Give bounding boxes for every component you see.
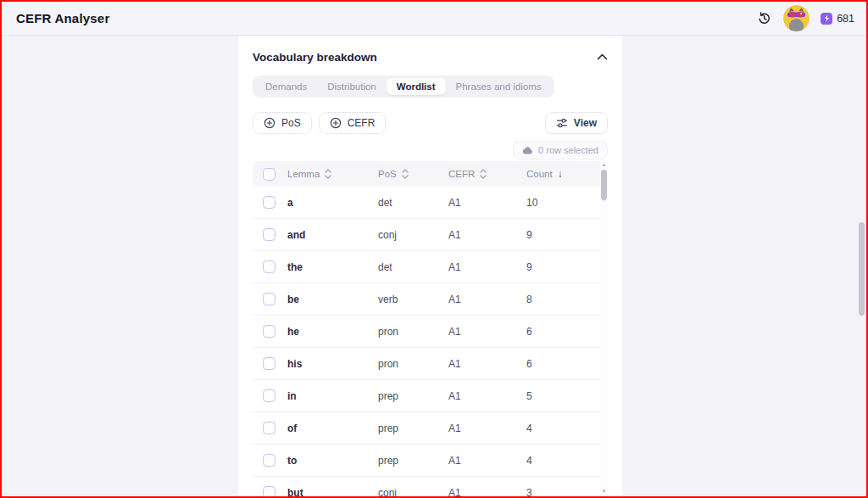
select-all-cell xyxy=(253,168,285,181)
breakdown-tabs: Demands Distribution Wordlist Phrases an… xyxy=(253,76,554,98)
sort-desc-icon: ↓ xyxy=(558,169,563,179)
pos-cell: pron xyxy=(376,326,446,338)
column-header[interactable]: Count ↓ xyxy=(524,169,608,179)
row-checkbox[interactable] xyxy=(263,260,275,273)
row-checkbox-cell xyxy=(253,293,285,305)
count-cell: 4 xyxy=(524,422,608,434)
table-row[interactable]: his pron A1 6 xyxy=(253,348,608,380)
cefr-cell: A1 xyxy=(446,422,524,434)
cefr-cell: A1 xyxy=(446,326,524,338)
app-window: CEFR Analyser xyxy=(0,0,868,498)
row-checkbox[interactable] xyxy=(263,228,275,241)
points-badge[interactable]: 681 xyxy=(821,13,854,25)
panel-title: Vocabulary breakdown xyxy=(253,51,377,64)
tab[interactable]: Demands xyxy=(255,78,317,95)
column-header[interactable]: CEFR ↓ xyxy=(446,169,524,179)
column-header[interactable]: PoS ↓ xyxy=(376,169,446,179)
row-checkbox[interactable] xyxy=(263,357,275,370)
row-checkbox-cell xyxy=(253,196,285,209)
circled-plus-icon xyxy=(264,117,275,129)
row-checkbox-cell xyxy=(253,422,285,434)
row-checkbox[interactable] xyxy=(263,196,275,209)
pos-cell: conj xyxy=(376,487,446,497)
selection-status[interactable]: 0 row selected xyxy=(513,141,608,159)
tab[interactable]: Distribution xyxy=(317,78,387,95)
table-row[interactable]: in prep A1 5 xyxy=(253,380,608,412)
view-button[interactable]: View xyxy=(545,112,608,134)
lemma-cell: he xyxy=(285,326,376,338)
lemma-cell: of xyxy=(285,422,376,434)
circled-plus-icon xyxy=(330,117,342,129)
row-checkbox[interactable] xyxy=(263,389,275,402)
panel-header: Vocabulary breakdown xyxy=(253,48,608,65)
table-toolbar: PoS CEFR xyxy=(253,112,608,134)
cefr-cell: A1 xyxy=(446,261,524,273)
cefr-cell: A1 xyxy=(446,358,524,370)
avatar[interactable] xyxy=(783,5,810,31)
cefr-cell: A1 xyxy=(446,390,524,402)
table-row[interactable]: be verb A1 8 xyxy=(253,283,608,316)
row-checkbox-cell xyxy=(253,357,285,370)
table-scrollbar-thumb[interactable] xyxy=(601,170,607,200)
column-header-label: CEFR xyxy=(448,169,475,179)
row-checkbox[interactable] xyxy=(263,454,275,467)
count-cell: 6 xyxy=(524,326,608,338)
pos-cell: prep xyxy=(376,455,446,467)
app-title: CEFR Analyser xyxy=(16,11,109,25)
selection-status-label: 0 row selected xyxy=(538,145,598,155)
table-row[interactable]: to prep A1 4 xyxy=(253,445,608,477)
cefr-cell: A1 xyxy=(446,294,524,305)
lemma-cell: and xyxy=(285,229,376,241)
count-cell: 8 xyxy=(524,294,608,305)
row-checkbox[interactable] xyxy=(263,325,275,338)
row-checkbox[interactable] xyxy=(263,486,275,496)
table-header-row: Lemma ↓ PoS xyxy=(253,161,608,187)
column-header[interactable]: Lemma ↓ xyxy=(285,169,376,179)
page-scrollbar-thumb[interactable] xyxy=(859,222,865,316)
lemma-cell: his xyxy=(285,358,376,370)
table-row[interactable]: he pron A1 6 xyxy=(253,316,608,348)
count-cell: 3 xyxy=(524,487,608,497)
table-row[interactable]: of prep A1 4 xyxy=(253,412,608,445)
table-scrollbar[interactable]: ▲ ▼ xyxy=(600,161,608,496)
lemma-cell: but xyxy=(285,487,376,497)
top-bar: CEFR Analyser xyxy=(2,2,866,36)
cefr-cell: A1 xyxy=(446,455,524,467)
tab[interactable]: Wordlist xyxy=(387,78,446,95)
lemma-cell: a xyxy=(285,197,376,209)
chevron-up-icon[interactable] xyxy=(597,53,608,60)
scroll-up-arrow[interactable]: ▲ xyxy=(600,162,608,167)
view-button-label: View xyxy=(574,117,597,129)
lightning-bolt-icon xyxy=(821,13,832,25)
pos-cell: prep xyxy=(376,422,446,434)
row-checkbox-cell xyxy=(253,389,285,402)
count-cell: 6 xyxy=(524,358,608,370)
count-cell: 4 xyxy=(524,455,608,467)
sliders-icon xyxy=(556,117,568,129)
add-cefr-filter-button[interactable]: CEFR xyxy=(319,112,387,134)
add-pos-filter-button[interactable]: PoS xyxy=(253,112,312,134)
column-header-label: Lemma xyxy=(287,169,320,179)
pos-cell: conj xyxy=(376,229,446,241)
points-count: 681 xyxy=(837,13,854,25)
row-checkbox[interactable] xyxy=(263,293,275,305)
cloud-icon xyxy=(522,147,533,154)
count-cell: 9 xyxy=(524,261,608,273)
table-row[interactable]: a det A1 10 xyxy=(253,187,608,219)
selection-status-row: 0 row selected xyxy=(253,141,608,159)
lemma-cell: in xyxy=(285,390,376,402)
pos-filter-label: PoS xyxy=(281,117,301,129)
table-row[interactable]: and conj A1 9 xyxy=(253,219,608,251)
table-row[interactable]: the det A1 9 xyxy=(253,251,608,283)
scroll-down-arrow[interactable]: ▼ xyxy=(600,489,608,494)
column-header-label: Count xyxy=(526,169,553,179)
history-icon[interactable] xyxy=(756,10,772,26)
row-checkbox-cell xyxy=(253,228,285,241)
row-checkbox[interactable] xyxy=(263,422,275,434)
tab[interactable]: Phrases and idioms xyxy=(446,78,552,95)
count-cell: 9 xyxy=(524,229,608,241)
pos-cell: det xyxy=(376,261,446,273)
filter-buttons: PoS CEFR xyxy=(253,112,386,134)
table-row[interactable]: but conj A1 3 xyxy=(253,477,608,496)
select-all-checkbox[interactable] xyxy=(263,168,275,181)
